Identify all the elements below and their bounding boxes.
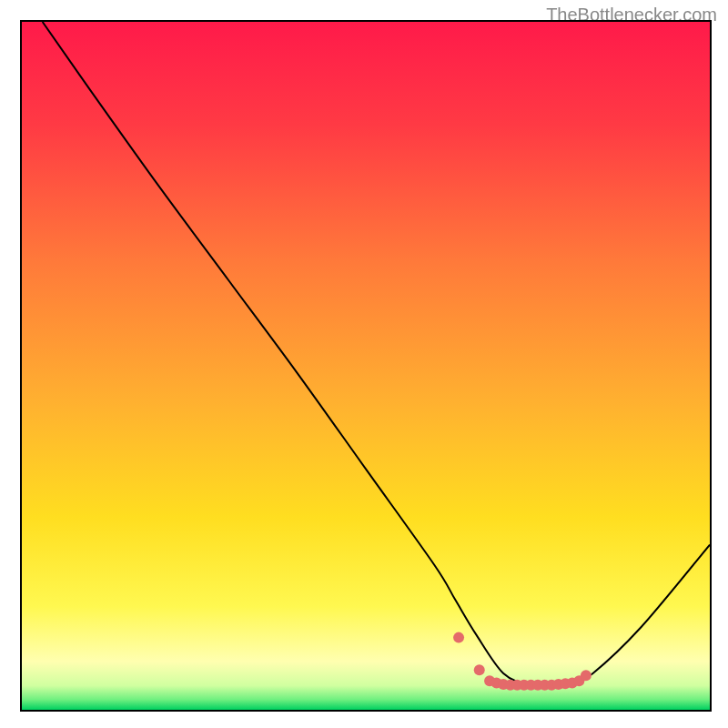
plot-area bbox=[20, 20, 712, 712]
svg-rect-0 bbox=[22, 22, 710, 710]
background-gradient bbox=[22, 22, 710, 710]
chart-container: TheBottlenecker.com bbox=[0, 0, 728, 728]
